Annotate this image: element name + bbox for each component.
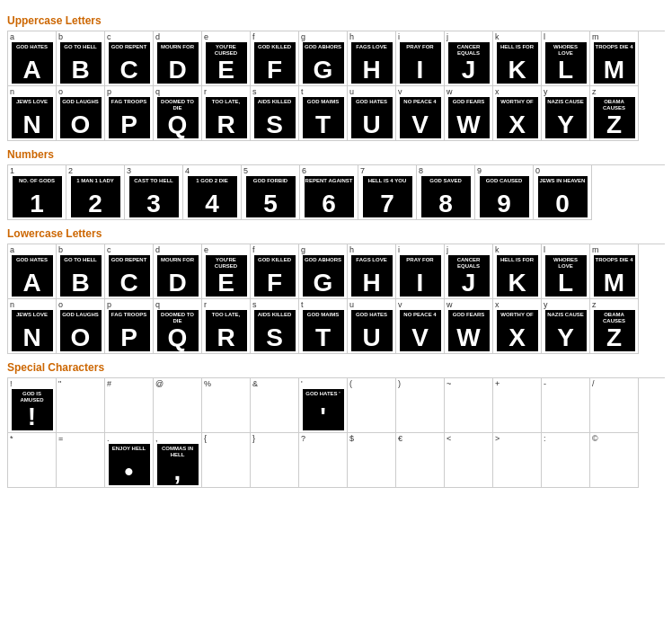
char-label: s — [252, 88, 257, 97]
char-grid-uppercase: aGOD HATESAbGO TO HELLBcGOD REPENTCdMOUR… — [7, 31, 665, 141]
char-label: c — [107, 33, 111, 42]
char-big-letter: K — [508, 58, 526, 83]
char-label: y — [544, 301, 548, 310]
char-image: GOD HATESU — [351, 310, 393, 351]
char-cell: aGOD HATESA — [8, 31, 57, 86]
char-image: GOD LAUGHSO — [60, 97, 102, 138]
char-label: . — [107, 435, 110, 444]
char-big-letter: 2 — [88, 191, 102, 217]
char-image — [254, 444, 296, 485]
char-big-letter: S — [266, 325, 283, 350]
char-image: OBAMA CAUSESZ — [594, 310, 635, 351]
char-image: FAGS LOVEH — [351, 255, 393, 297]
char-subtext: GO TO HELL — [61, 257, 101, 263]
char-label: * — [10, 435, 13, 444]
char-image — [497, 444, 538, 485]
char-cell: 6REPENT AGAINST6 — [300, 165, 358, 220]
char-image: GO TO HELLB — [60, 255, 102, 297]
char-subtext: GOD LAUGHS — [61, 99, 101, 105]
char-big-letter: Y — [557, 325, 574, 350]
char-subtext: GOD HATES — [352, 99, 392, 105]
char-image: GOD HATESU — [351, 97, 393, 138]
char-image — [303, 444, 344, 485]
char-image: NO PEACE 4V — [400, 310, 441, 351]
char-image: CAST TO HELL3 — [129, 176, 179, 217]
char-image: COMMAS IN HELL, — [157, 444, 199, 485]
char-big-letter: 4 — [205, 191, 219, 217]
char-label: r — [204, 88, 207, 97]
char-image: GOD KILLEDF — [254, 255, 296, 297]
char-image — [400, 444, 441, 485]
char-label: p — [107, 301, 111, 310]
section-title-special: Special Characters — [7, 361, 665, 374]
char-cell: € — [396, 433, 445, 488]
char-label: : — [544, 435, 546, 444]
char-cell: uGOD HATESU — [348, 86, 396, 141]
char-cell: nJEWS LOVEN — [8, 299, 57, 354]
char-subtext: NO PEACE 4 — [401, 312, 440, 318]
char-subtext: TROOPS DIE 4 — [595, 44, 634, 50]
char-label: + — [495, 380, 500, 389]
char-subtext: REPENT AGAINST — [305, 178, 353, 184]
char-image — [206, 444, 247, 485]
char-subtext: GOD HATES — [13, 257, 52, 263]
char-cell: & — [251, 378, 299, 433]
char-subtext: COMMAS IN HELL — [158, 446, 198, 457]
char-image: GOD ABHORSG — [303, 255, 344, 297]
char-cell: uGOD HATESU — [348, 299, 396, 354]
char-cell: + — [493, 378, 542, 433]
char-subtext: 1 GOD 2 DIE — [189, 178, 236, 184]
char-cell: jCANCER EQUALSJ — [445, 244, 493, 299]
char-image: TROOPS DIE 4M — [594, 255, 635, 297]
char-big-letter: B — [71, 270, 89, 296]
char-subtext: DOOMED TO DIE — [158, 312, 198, 323]
char-label: a — [10, 246, 14, 255]
char-label: k — [495, 246, 500, 255]
char-subtext: MOURN FOR — [158, 44, 198, 50]
char-label: > — [495, 435, 500, 444]
char-big-letter: C — [119, 270, 137, 296]
char-grid-numbers: 1NO. OF GODS121 MAN 1 LADY23CAST TO HELL… — [7, 164, 665, 220]
char-big-letter: 1 — [30, 191, 44, 217]
char-cell: gGOD ABHORSG — [299, 31, 348, 86]
char-label: 8 — [419, 167, 423, 176]
char-cell: / — [590, 378, 639, 433]
char-big-letter: M — [604, 270, 624, 296]
char-image: ENJOY HELL• — [109, 444, 150, 485]
char-label: u — [349, 88, 354, 97]
char-big-letter: 8 — [438, 191, 453, 217]
char-subtext: TOO LATE, — [207, 99, 246, 105]
char-subtext: GOD IS AMUSED — [13, 391, 52, 403]
char-image: WHORES LOVEL — [545, 42, 587, 84]
char-subtext: FAGS LOVE — [352, 44, 392, 50]
char-image: NAZIS CAUSEY — [545, 310, 587, 351]
char-cell: qDOOMED TO DIEQ — [154, 299, 202, 354]
char-big-letter: V — [411, 112, 429, 137]
char-label: j — [447, 246, 448, 255]
char-subtext: GO TO HELL — [61, 44, 101, 50]
char-subtext: GOD SAVED — [422, 178, 470, 184]
char-big-letter: K — [508, 270, 526, 296]
char-label: v — [398, 301, 402, 310]
char-big-letter: Q — [168, 325, 188, 350]
char-image — [157, 389, 199, 430]
char-label: 2 — [68, 167, 73, 176]
char-label: } — [252, 435, 255, 444]
char-cell: bGO TO HELLB — [57, 244, 105, 299]
char-image: GOD FEARSW — [448, 310, 490, 351]
char-big-letter: • — [125, 459, 134, 484]
section-title-lowercase: Lowercase Letters — [7, 227, 665, 240]
char-label: " — [58, 380, 61, 389]
char-subtext: GOD REPENT — [110, 257, 149, 263]
char-subtext: WORTHY OF — [498, 99, 537, 105]
char-subtext: GOD HATES — [352, 312, 392, 318]
char-label: ! — [10, 380, 13, 389]
char-subtext: GOD ABHORS — [304, 44, 343, 50]
char-big-letter: U — [362, 112, 380, 137]
char-subtext: NAZIS CAUSE — [546, 99, 586, 105]
char-big-letter: N — [22, 325, 40, 350]
char-image: TOO LATE,R — [206, 310, 247, 351]
char-image: GOD KILLEDF — [254, 42, 296, 84]
char-cell: { — [202, 433, 251, 488]
char-subtext: WHORES LOVE — [546, 257, 586, 269]
